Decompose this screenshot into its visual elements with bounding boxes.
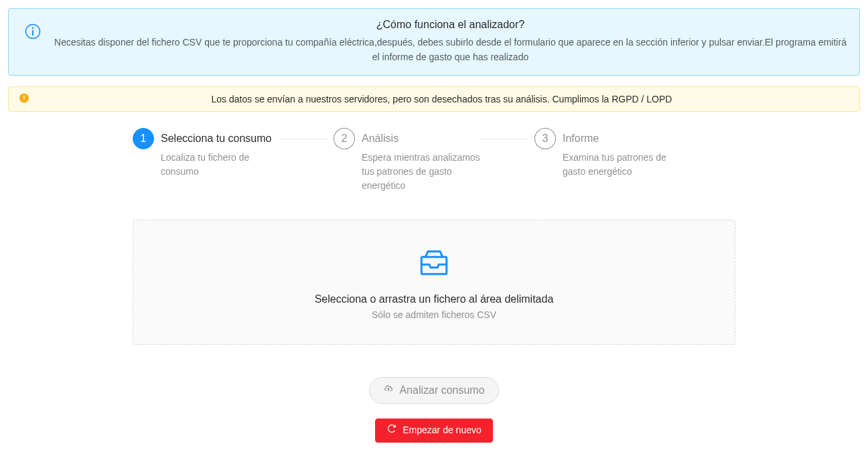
step-2-title: Análisis [362,128,482,149]
step-2: 2 Análisis Espera mientras analizamos tu… [334,128,534,193]
main-container: 1 Selecciona tu consumo Localiza tu fich… [133,128,735,443]
restart-button[interactable]: Empezar de nuevo [375,419,493,443]
step-1-title: Selecciona tu consumo [161,128,281,149]
info-alert-description: Necesitas disponer del fichero CSV que t… [52,35,849,65]
info-alert-title: ¿Cómo funciona el analizador? [52,19,849,31]
upload-title: Selecciona o arrastra un fichero al área… [133,293,735,305]
warning-alert: Los datos se envían a nuestros servidore… [8,86,860,112]
svg-point-1 [32,27,34,29]
info-alert: ¿Cómo funciona el analizador? Necesitas … [8,8,860,76]
step-2-number: 2 [334,128,355,149]
warning-icon [19,93,29,104]
upload-dropzone[interactable]: Selecciona o arrastra un fichero al área… [133,220,735,345]
step-3-number: 3 [534,128,556,149]
inbox-icon [418,271,450,281]
svg-rect-4 [23,96,24,99]
step-3: 3 Informe Examina tus patrones de gasto … [534,128,735,193]
step-3-title: Informe [563,128,683,149]
step-1-number: 1 [133,128,154,149]
svg-rect-2 [32,30,33,35]
step-tail [280,139,327,139]
warning-alert-text: Los datos se envían a nuestros servidore… [212,94,672,104]
cloud-upload-icon [383,383,394,398]
info-icon [25,23,41,42]
step-1-desc: Localiza tu fichero de consumo [161,151,281,179]
steps: 1 Selecciona tu consumo Localiza tu fich… [133,128,735,193]
reload-icon [386,423,397,438]
restart-button-label: Empezar de nuevo [403,424,482,437]
step-2-desc: Espera mientras analizamos tus patrones … [362,151,482,193]
analyze-button-label: Analizar consumo [399,383,484,398]
step-1: 1 Selecciona tu consumo Localiza tu fich… [133,128,334,193]
analyze-button[interactable]: Analizar consumo [369,377,498,404]
step-tail [481,139,528,139]
step-3-desc: Examina tus patrones de gasto energético [563,151,683,179]
upload-hint: Sólo se admiten ficheros CSV [133,309,735,320]
svg-point-5 [23,99,25,100]
